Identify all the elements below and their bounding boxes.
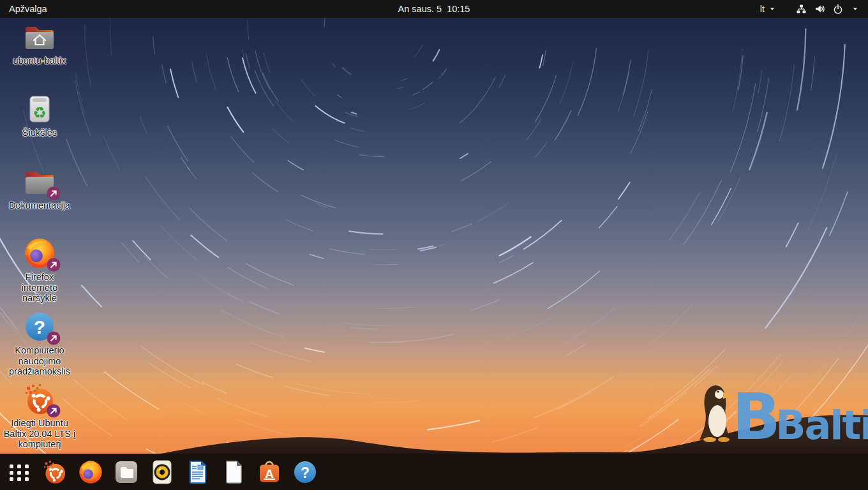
svg-text:BBaltix: BBaltix (732, 380, 868, 450)
pan-down-icon (851, 4, 860, 13)
desktop-icon-home[interactable]: ubuntu-baltix (4, 20, 75, 66)
desktop-icon-label: Įdiegti Ubuntu Baltix 20.04 LTS į kompiu… (1, 418, 79, 450)
desktop-icon-label: Kompiuterio naudojimo pradžiamokslis (4, 345, 75, 377)
panel-indicators: lt (760, 0, 868, 18)
volume-icon (814, 4, 825, 14)
logo-blue-text: Balti (775, 402, 868, 449)
rhythmbox-icon (149, 459, 175, 485)
firefox-icon (78, 459, 103, 485)
symlink-arrow-icon (46, 403, 61, 419)
clock-label: An saus. 5 10:15 (398, 4, 470, 14)
dock-rhythmbox-button[interactable] (149, 459, 175, 485)
penguin-icon (700, 385, 733, 442)
network-wired-icon (796, 4, 807, 14)
dock-ubuntu-software-button[interactable]: A (257, 459, 282, 485)
dock-help-button[interactable]: ? (292, 459, 318, 485)
baltix-watermark: BBaltix (691, 379, 868, 450)
dock-files-button[interactable] (114, 459, 139, 485)
svg-text:♻: ♻ (33, 104, 47, 122)
files-icon (114, 459, 139, 485)
dock: A ? (0, 454, 868, 490)
symlink-arrow-icon (46, 257, 61, 272)
dock-libreoffice-button[interactable] (221, 459, 246, 485)
svg-text:?: ? (34, 316, 45, 338)
keyboard-layout-label: lt (760, 4, 765, 14)
activities-label: Apžvalga (9, 4, 47, 14)
top-panel: Apžvalga An saus. 5 10:15 lt (0, 0, 868, 18)
svg-text:?: ? (301, 464, 310, 480)
show-applications-grid-icon (6, 459, 32, 485)
show-applications-button[interactable] (6, 459, 32, 485)
desktop-icon-label: Šiukšlės (22, 128, 57, 138)
desktop-icon-documentation[interactable]: Dokumentacija (4, 165, 75, 211)
dock-firefox-button[interactable] (78, 459, 103, 485)
clock-button[interactable]: An saus. 5 10:15 (389, 0, 479, 18)
desktop-icon-label: Firefox interneto naršyklė (12, 272, 67, 304)
baltix-ubuntu-icon (42, 459, 68, 485)
dock-libreoffice-writer-button[interactable] (185, 459, 211, 485)
svg-text:A: A (265, 467, 274, 480)
dock-baltix-button[interactable] (42, 459, 68, 485)
power-icon (833, 4, 843, 14)
pan-down-icon (768, 4, 777, 13)
desktop-icon-trash[interactable]: ♻ Šiukšlės (4, 93, 75, 138)
desktop-icon-label: Dokumentacija (9, 200, 70, 211)
home-folder-icon (23, 20, 56, 54)
desktop-icon-help-primer[interactable]: ? Kompiuterio naudojimo pradžiamokslis (4, 310, 75, 377)
help-icon: ? (292, 459, 318, 485)
symlink-arrow-icon (46, 330, 61, 346)
desktop-icon-label: ubuntu-baltix (13, 56, 66, 66)
symlink-arrow-icon (46, 186, 61, 201)
trash-icon: ♻ (23, 93, 56, 126)
desktop-icon-firefox[interactable]: Firefox interneto naršyklė (4, 237, 75, 304)
desktop-icon-installer[interactable]: Įdiegti Ubuntu Baltix 20.04 LTS į kompiu… (4, 383, 75, 450)
activities-button[interactable]: Apžvalga (0, 0, 56, 18)
logo-letter-b: B (732, 380, 779, 450)
libreoffice-writer-icon (185, 459, 211, 485)
system-status-button[interactable] (796, 0, 860, 18)
libreoffice-icon (221, 459, 246, 485)
ubuntu-software-icon: A (257, 459, 282, 485)
keyboard-layout-button[interactable]: lt (760, 0, 777, 18)
